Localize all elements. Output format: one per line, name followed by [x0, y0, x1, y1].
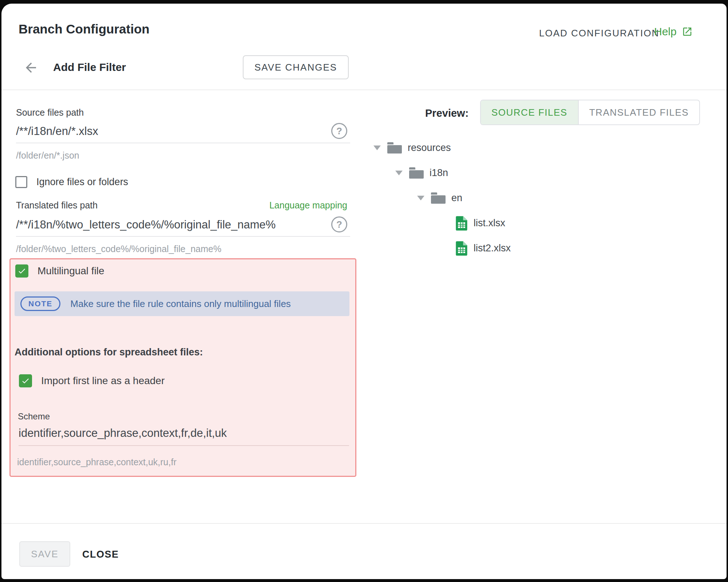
- import-header-checkbox-row[interactable]: Import first line as a header: [19, 374, 165, 387]
- note-badge: NOTE: [20, 296, 60, 311]
- multilingual-checkbox-label: Multilingual file: [37, 265, 104, 277]
- load-configuration-button[interactable]: LOAD CONFIGURATION: [539, 28, 659, 39]
- preview-label: Preview:: [425, 107, 468, 119]
- source-files-path-input[interactable]: [16, 123, 325, 140]
- close-button[interactable]: CLOSE: [82, 546, 119, 562]
- tree-item-label: list.xlsx: [474, 218, 505, 229]
- ignore-files-checkbox-label: Ignore files or folders: [36, 176, 128, 188]
- note-banner: NOTE Make sure the file rule contains on…: [15, 291, 349, 316]
- translated-files-path-row: [16, 216, 350, 237]
- help-link-label: Help: [654, 25, 677, 38]
- spreadsheet-options-heading: Additional options for spreadsheet files…: [15, 347, 203, 358]
- scheme-input-row: [19, 425, 349, 446]
- ignore-files-checkbox-row[interactable]: Ignore files or folders: [15, 176, 128, 188]
- tree-folder-row[interactable]: en: [369, 186, 624, 211]
- dialog-subtitle: Add File Filter: [53, 61, 126, 73]
- preview-tabs: SOURCE FILESTRANSLATED FILES: [480, 100, 700, 125]
- tree-item-label: en: [451, 192, 462, 204]
- save-button[interactable]: SAVE: [19, 541, 70, 567]
- source-files-path-hint: /folder/en/*.json: [16, 150, 79, 161]
- multilingual-checkbox-row[interactable]: Multilingual file: [15, 264, 104, 278]
- question-mark-icon[interactable]: [331, 216, 347, 232]
- header-divider: [1, 89, 727, 90]
- folder-icon: [431, 192, 446, 204]
- tree-item-label: resources: [408, 142, 451, 154]
- spreadsheet-file-icon: [455, 241, 468, 256]
- branch-configuration-dialog: Branch Configuration LOAD CONFIGURATION …: [1, 4, 727, 579]
- caret-down-icon[interactable]: [417, 196, 424, 200]
- translated-files-path-label: Translated files path: [16, 200, 98, 211]
- source-files-path-row: [16, 123, 350, 143]
- translated-files-path-input[interactable]: [16, 216, 325, 233]
- folder-icon: [409, 167, 424, 179]
- page-title: Branch Configuration: [19, 22, 150, 36]
- scheme-input[interactable]: [19, 425, 343, 442]
- tree-folder-row[interactable]: resources: [369, 135, 624, 160]
- question-mark-icon[interactable]: [331, 123, 347, 139]
- tree-item-label: list2.xlsx: [474, 243, 511, 254]
- ignore-files-checkbox[interactable]: [15, 176, 27, 188]
- caret-down-icon[interactable]: [395, 171, 403, 175]
- language-mapping-link[interactable]: Language mapping: [269, 200, 347, 211]
- import-header-checkbox[interactable]: [19, 374, 32, 387]
- back-arrow-button[interactable]: [23, 60, 39, 75]
- save-changes-button[interactable]: SAVE CHANGES: [243, 55, 349, 79]
- scheme-label: Scheme: [18, 411, 50, 422]
- tab-source-files[interactable]: SOURCE FILES: [481, 100, 578, 124]
- source-files-path-label: Source files path: [16, 107, 84, 118]
- footer-divider: [1, 523, 727, 524]
- spreadsheet-file-icon: [455, 216, 468, 231]
- tree-file-row[interactable]: list2.xlsx: [369, 236, 624, 261]
- tab-translated-files[interactable]: TRANSLATED FILES: [578, 100, 699, 124]
- caret-down-icon[interactable]: [373, 146, 381, 150]
- tree-item-label: i18n: [430, 167, 448, 179]
- multilingual-highlight-box: Multilingual file NOTE Make sure the fil…: [9, 258, 356, 477]
- help-link[interactable]: Help: [654, 25, 693, 38]
- folder-icon: [387, 142, 402, 154]
- tree-folder-row[interactable]: i18n: [369, 160, 624, 186]
- import-header-checkbox-label: Import first line as a header: [41, 375, 165, 387]
- translated-files-path-hint: /folder/%two_letters_code%/%original_fil…: [16, 244, 221, 254]
- scheme-hint: identifier,source_phrase,context,uk,ru,f…: [17, 457, 177, 467]
- note-text: Make sure the file rule contains only mu…: [70, 298, 291, 310]
- file-tree: resources i18n en list.xlsx: [369, 135, 624, 261]
- multilingual-checkbox[interactable]: [15, 264, 28, 278]
- tree-file-row[interactable]: list.xlsx: [369, 211, 624, 236]
- external-link-icon: [682, 26, 693, 37]
